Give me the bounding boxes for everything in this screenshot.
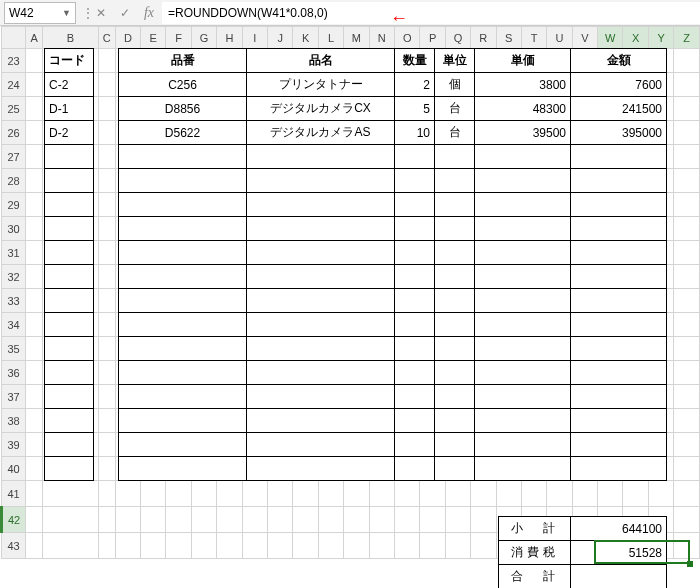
cell-amount[interactable] [571, 145, 667, 169]
cell-amount[interactable] [571, 265, 667, 289]
cell-price[interactable] [475, 193, 571, 217]
code-cell[interactable] [45, 217, 94, 241]
cell-qty[interactable] [395, 337, 435, 361]
cell-qty[interactable] [395, 385, 435, 409]
code-cell[interactable] [45, 433, 94, 457]
cell-unit[interactable]: 台 [435, 97, 475, 121]
cell-price[interactable] [475, 433, 571, 457]
cell-hinban[interactable] [119, 409, 247, 433]
cell-hinban[interactable] [119, 145, 247, 169]
cell-amount[interactable] [571, 313, 667, 337]
code-cell[interactable] [45, 361, 94, 385]
code-cell[interactable] [45, 241, 94, 265]
cell-hinmei[interactable] [247, 385, 395, 409]
code-cell[interactable]: C-2 [45, 73, 94, 97]
cell-hinmei[interactable] [247, 457, 395, 481]
cell-hinban[interactable] [119, 193, 247, 217]
cell-hinmei[interactable]: デジタルカメラCX [247, 97, 395, 121]
cell-hinban[interactable] [119, 433, 247, 457]
code-cell[interactable] [45, 457, 94, 481]
cell-hinmei[interactable] [247, 169, 395, 193]
cell-hinban[interactable] [119, 289, 247, 313]
cell-price[interactable] [475, 169, 571, 193]
code-cell[interactable] [45, 385, 94, 409]
code-cell[interactable]: D-2 [45, 121, 94, 145]
code-cell[interactable] [45, 145, 94, 169]
cell-price[interactable] [475, 145, 571, 169]
cell-hinban[interactable] [119, 241, 247, 265]
cell-hinmei[interactable] [247, 361, 395, 385]
cell-price[interactable] [475, 241, 571, 265]
cell-hinmei[interactable]: デジタルカメラAS [247, 121, 395, 145]
cell-unit[interactable] [435, 289, 475, 313]
cell-price[interactable] [475, 217, 571, 241]
cell-qty[interactable] [395, 193, 435, 217]
cell-hinmei[interactable] [247, 289, 395, 313]
cell-qty[interactable] [395, 409, 435, 433]
cell-amount[interactable] [571, 361, 667, 385]
cell-unit[interactable] [435, 145, 475, 169]
cell-hinmei[interactable] [247, 265, 395, 289]
fx-icon[interactable]: fx [140, 4, 158, 22]
cell-amount[interactable] [571, 457, 667, 481]
cell-qty[interactable] [395, 145, 435, 169]
cell-amount[interactable]: 7600 [571, 73, 667, 97]
cell-amount[interactable] [571, 409, 667, 433]
code-cell[interactable] [45, 289, 94, 313]
code-cell[interactable]: D-1 [45, 97, 94, 121]
cell-hinban[interactable] [119, 313, 247, 337]
cell-price[interactable]: 48300 [475, 97, 571, 121]
cell-hinban[interactable] [119, 457, 247, 481]
code-cell[interactable] [45, 265, 94, 289]
cell-qty[interactable] [395, 457, 435, 481]
cell-hinban[interactable] [119, 265, 247, 289]
cell-amount[interactable] [571, 289, 667, 313]
cell-unit[interactable] [435, 241, 475, 265]
cell-unit[interactable] [435, 337, 475, 361]
subtotal-value[interactable]: 644100 [571, 517, 667, 541]
cell-amount[interactable] [571, 169, 667, 193]
cell-hinban[interactable] [119, 385, 247, 409]
cell-amount[interactable] [571, 433, 667, 457]
cell-qty[interactable] [395, 361, 435, 385]
cell-qty[interactable] [395, 313, 435, 337]
cancel-icon[interactable]: ✕ [92, 4, 110, 22]
cell-amount[interactable] [571, 193, 667, 217]
cell-hinmei[interactable]: プリンタトナー [247, 73, 395, 97]
cell-price[interactable] [475, 313, 571, 337]
cell-price[interactable]: 39500 [475, 121, 571, 145]
cell-hinmei[interactable] [247, 337, 395, 361]
cell-qty[interactable] [395, 433, 435, 457]
cell-amount[interactable] [571, 217, 667, 241]
cell-hinban[interactable]: D5622 [119, 121, 247, 145]
cell-qty[interactable] [395, 169, 435, 193]
cell-hinmei[interactable] [247, 313, 395, 337]
cell-unit[interactable] [435, 313, 475, 337]
total-value[interactable] [571, 565, 667, 589]
cell-hinban[interactable]: C256 [119, 73, 247, 97]
cell-qty[interactable]: 5 [395, 97, 435, 121]
cell-unit[interactable] [435, 193, 475, 217]
cell-unit[interactable] [435, 217, 475, 241]
cell-price[interactable] [475, 361, 571, 385]
cell-hinban[interactable] [119, 169, 247, 193]
cell-unit[interactable] [435, 265, 475, 289]
cell-price[interactable]: 3800 [475, 73, 571, 97]
name-box[interactable]: W42 ▼ [4, 2, 76, 24]
cell-hinmei[interactable] [247, 409, 395, 433]
cell-price[interactable] [475, 385, 571, 409]
cell-unit[interactable] [435, 409, 475, 433]
code-cell[interactable] [45, 337, 94, 361]
code-cell[interactable] [45, 169, 94, 193]
formula-input[interactable]: =ROUNDDOWN(W41*0.08,0) [162, 2, 700, 24]
cell-hinmei[interactable] [247, 217, 395, 241]
cell-qty[interactable] [395, 289, 435, 313]
cell-hinban[interactable] [119, 361, 247, 385]
selection-handle[interactable] [687, 561, 693, 567]
cell-qty[interactable] [395, 241, 435, 265]
cell-qty[interactable] [395, 265, 435, 289]
cell-unit[interactable] [435, 457, 475, 481]
cell-price[interactable] [475, 457, 571, 481]
cell-amount[interactable] [571, 241, 667, 265]
cell-hinmei[interactable] [247, 193, 395, 217]
